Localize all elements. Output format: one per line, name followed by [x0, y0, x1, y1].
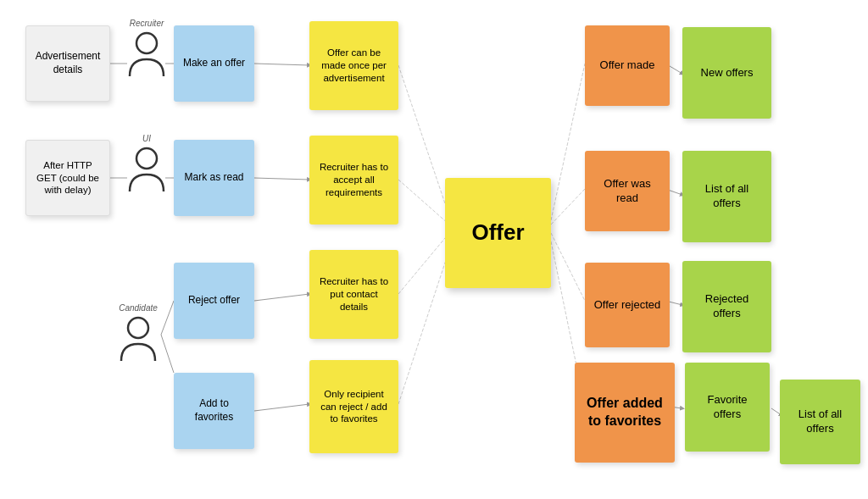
ui-icon	[125, 145, 168, 196]
ui-label: UI	[142, 134, 151, 143]
recruiter-person: Recruiter	[125, 19, 168, 80]
favorite-offers-sticky: Favorite offers	[685, 363, 770, 452]
reject-offer-sticky: Reject offer	[174, 263, 254, 339]
svg-point-23	[136, 33, 157, 53]
svg-line-12	[398, 233, 449, 294]
svg-line-13	[398, 250, 449, 404]
offer-rejected-sticky: Offer rejected	[585, 263, 670, 347]
advertisement-sticky: Advertisement details	[25, 25, 110, 102]
svg-line-10	[398, 65, 449, 216]
rejected-offers-sticky: Rejected offers	[682, 261, 771, 352]
svg-point-25	[128, 318, 148, 338]
offer-made-sticky: Offer made	[585, 25, 670, 106]
only-recipient-sticky: Only recipient can reject / add to favor…	[309, 360, 398, 453]
offer-center-sticky: Offer	[445, 178, 551, 288]
recruiter-icon	[125, 30, 168, 80]
svg-line-6	[161, 301, 174, 335]
new-offers-sticky: New offers	[682, 27, 771, 119]
svg-line-2	[254, 64, 309, 65]
svg-line-11	[398, 180, 449, 225]
svg-line-14	[551, 64, 585, 220]
svg-line-8	[254, 294, 309, 301]
offer-added-sticky: Offer added to favorites	[575, 363, 675, 463]
list-all-offers-2-sticky: List of all offers	[780, 380, 860, 464]
svg-line-5	[254, 178, 309, 180]
candidate-icon	[117, 314, 159, 365]
make-offer-sticky: Make an offer	[174, 25, 254, 102]
recruiter-requirements-sticky: Recruiter has to accept all requirements	[309, 136, 398, 225]
offer-once-sticky: Offer can be made once per advertisement	[309, 21, 398, 110]
svg-point-24	[136, 148, 157, 169]
svg-line-15	[551, 189, 585, 225]
add-favorites-sticky: Add to favorites	[174, 373, 254, 449]
after-http-sticky: After HTTP GET (could be with delay)	[25, 140, 110, 216]
offer-was-read-sticky: Offer was read	[585, 151, 670, 231]
svg-line-7	[161, 335, 174, 373]
svg-line-16	[551, 233, 585, 301]
list-all-offers-1-sticky: List of all offers	[682, 151, 771, 242]
candidate-person: Candidate	[117, 303, 159, 365]
svg-line-9	[254, 404, 309, 411]
ui-person: UI	[125, 134, 168, 196]
recruiter-label: Recruiter	[130, 19, 164, 28]
candidate-label: Candidate	[119, 303, 158, 313]
canvas: Advertisement details Recruiter Make an …	[0, 0, 868, 499]
recruiter-contact-sticky: Recruiter has to put contact details	[309, 250, 398, 339]
mark-as-read-sticky: Mark as read	[174, 140, 254, 216]
